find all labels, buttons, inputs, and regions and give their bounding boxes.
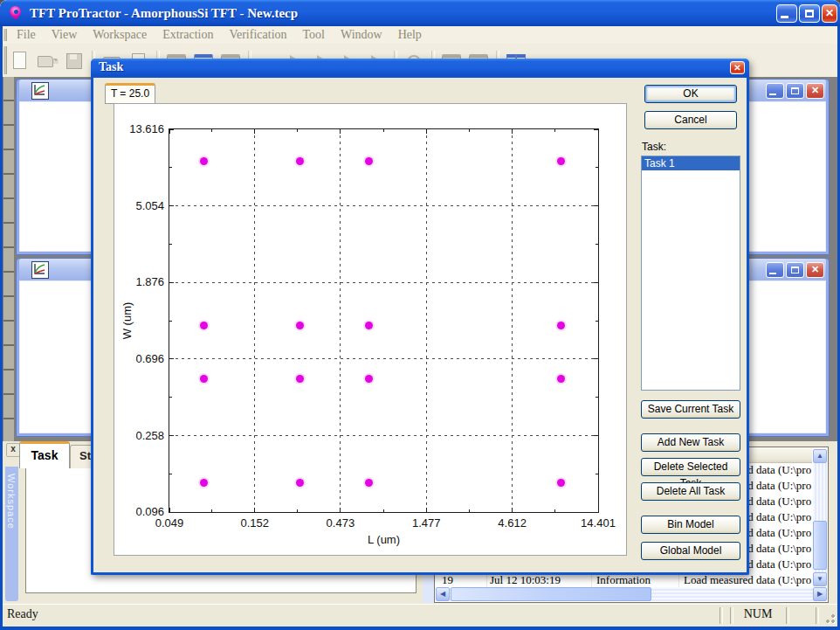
x-axis-label: L (um) xyxy=(169,533,598,546)
task-dialog: Task ✕ T = 25.0 0.0490.1520.4731.4774.61… xyxy=(91,59,749,575)
scroll-down-icon[interactable]: ▼ xyxy=(813,572,827,586)
open-file-icon[interactable] xyxy=(36,50,57,71)
menu-view[interactable]: View xyxy=(44,26,85,44)
data-point[interactable] xyxy=(200,322,208,329)
mdi-maximize-button[interactable] xyxy=(786,262,804,278)
delete-all-task-button[interactable]: Delete All Task xyxy=(641,482,740,501)
menu-help[interactable]: Help xyxy=(390,26,430,44)
menu-workspace[interactable]: Workspace xyxy=(85,26,155,44)
chart-window-icon xyxy=(31,261,49,279)
task-listbox[interactable]: Task 1 xyxy=(641,156,740,391)
scroll-up-icon[interactable]: ▲ xyxy=(813,449,827,463)
close-button[interactable]: ✕ xyxy=(822,4,837,23)
axis-tick xyxy=(596,474,598,474)
mdi-close-button[interactable]: ✕ xyxy=(806,83,824,99)
left-splitter-strip[interactable] xyxy=(3,77,14,441)
y-tick-label: 0.258 xyxy=(115,429,164,442)
delete-selected-task-button[interactable]: Delete Selected Task xyxy=(641,458,740,476)
axis-tick xyxy=(554,129,555,132)
status-message: Ready xyxy=(7,607,38,621)
axis-tick xyxy=(596,244,598,245)
temperature-tab[interactable]: T = 25.0 xyxy=(105,83,155,104)
tab-task[interactable]: Task xyxy=(19,441,70,468)
menu-grip[interactable] xyxy=(3,29,7,41)
data-point[interactable] xyxy=(365,157,373,165)
menu-window[interactable]: Window xyxy=(333,26,390,44)
global-model-button[interactable]: Global Model xyxy=(641,542,740,560)
y-axis-label: W (um) xyxy=(120,294,134,347)
data-point[interactable] xyxy=(557,375,565,383)
scroll-right-icon[interactable]: ▶ xyxy=(813,587,827,601)
data-point[interactable] xyxy=(365,375,373,383)
gridline xyxy=(426,129,427,512)
add-new-task-button[interactable]: Add New Task xyxy=(641,433,740,452)
menu-extraction[interactable]: Extraction xyxy=(155,26,221,44)
axis-tick xyxy=(169,321,172,322)
axis-tick xyxy=(169,167,172,168)
gridline xyxy=(169,358,598,359)
title-bar[interactable]: TFT ProTractor - AmorphousSi TFT - New.t… xyxy=(0,0,840,26)
data-point[interactable] xyxy=(557,479,565,487)
ok-button[interactable]: OK xyxy=(644,85,737,103)
x-tick-label: 4.612 xyxy=(485,516,540,530)
toolbar-grip[interactable] xyxy=(3,46,7,74)
data-point[interactable] xyxy=(296,375,304,383)
axis-tick xyxy=(594,205,598,206)
data-point[interactable] xyxy=(365,479,373,487)
data-point[interactable] xyxy=(557,322,565,329)
data-point[interactable] xyxy=(200,375,208,383)
axis-tick xyxy=(426,508,427,512)
bin-model-button[interactable]: Bin Model xyxy=(641,516,740,534)
num-lock-indicator: NUM xyxy=(732,607,784,621)
mdi-minimize-button[interactable] xyxy=(766,83,784,99)
menu-tool[interactable]: Tool xyxy=(295,26,333,44)
axis-tick xyxy=(340,508,341,512)
mdi-minimize-button[interactable] xyxy=(766,262,784,278)
vertical-scrollbar-thumb[interactable] xyxy=(813,521,827,570)
workspace-close-icon[interactable]: x xyxy=(6,443,20,457)
axis-tick xyxy=(169,244,172,245)
mdi-maximize-button[interactable] xyxy=(786,83,804,99)
horizontal-scrollbar-thumb[interactable] xyxy=(451,587,651,601)
axis-tick xyxy=(169,282,174,283)
new-file-icon[interactable] xyxy=(9,50,30,71)
resize-grip[interactable] xyxy=(823,612,836,624)
scroll-left-icon[interactable]: ◀ xyxy=(436,587,450,601)
mdi-close-button[interactable]: ✕ xyxy=(806,262,824,278)
axis-tick xyxy=(426,129,427,134)
task-dialog-title: Task xyxy=(99,60,123,74)
axis-tick xyxy=(469,129,470,132)
save-current-task-button[interactable]: Save Current Task xyxy=(641,400,740,419)
axis-tick xyxy=(594,282,598,283)
save-icon[interactable] xyxy=(63,50,84,71)
task-dialog-titlebar[interactable]: Task ✕ xyxy=(91,59,749,78)
task-list-item[interactable]: Task 1 xyxy=(642,156,740,170)
cancel-button[interactable]: Cancel xyxy=(644,111,737,129)
minimize-button[interactable] xyxy=(776,4,797,23)
axis-tick xyxy=(254,129,255,134)
data-point[interactable] xyxy=(200,479,208,487)
dialog-close-icon[interactable]: ✕ xyxy=(730,61,745,74)
data-point[interactable] xyxy=(365,322,373,329)
axis-tick xyxy=(211,509,212,512)
axis-tick xyxy=(211,129,212,132)
maximize-button[interactable] xyxy=(799,4,820,23)
y-tick-label: 0.696 xyxy=(115,352,164,365)
app-logo-icon xyxy=(8,5,24,21)
x-tick-label: 1.477 xyxy=(398,516,454,530)
menu-verification[interactable]: Verification xyxy=(221,26,294,44)
workspace-vertical-tab[interactable]: Workspace xyxy=(5,467,18,601)
data-point[interactable] xyxy=(296,322,304,329)
data-point[interactable] xyxy=(200,157,208,165)
gridline xyxy=(512,129,513,512)
data-point[interactable] xyxy=(296,479,304,487)
gridline xyxy=(169,205,598,206)
menu-file[interactable]: File xyxy=(9,26,44,44)
data-point[interactable] xyxy=(296,157,304,165)
menu-bar: FileViewWorkspaceExtractionVerificationT… xyxy=(0,26,840,45)
window-border xyxy=(0,627,840,630)
data-point[interactable] xyxy=(557,157,565,165)
axis-tick xyxy=(512,508,513,512)
y-tick-label: 5.054 xyxy=(115,199,164,212)
axis-tick xyxy=(169,512,174,513)
